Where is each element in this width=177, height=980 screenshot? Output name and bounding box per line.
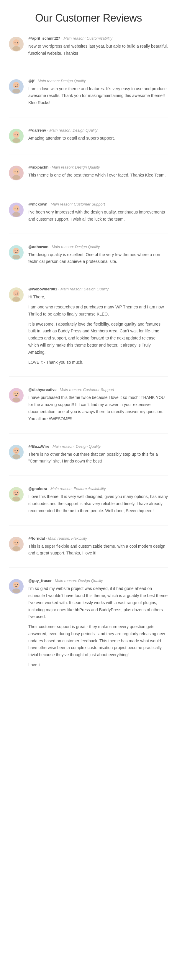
review-item: @mckown · Main reason: Customer SupportI… [9, 202, 168, 234]
reviewer-name: @webowner001 [28, 287, 57, 291]
svg-point-24 [17, 208, 18, 208]
reviewer-name: @BuzzWire [28, 444, 49, 449]
svg-point-53 [15, 542, 16, 542]
review-header: @mckown · Main reason: Customer Support [28, 202, 168, 207]
review-text: There is no other theme out there that c… [28, 451, 168, 465]
review-paragraph: The design quality is excellent. One of … [28, 251, 168, 266]
svg-point-9 [17, 84, 18, 85]
avatar [9, 579, 24, 594]
svg-point-56 [13, 589, 20, 593]
svg-point-18 [15, 171, 16, 172]
review-content: @dishycreative · Main reason: Customer S… [28, 387, 168, 422]
review-paragraph: Hi There, [28, 294, 168, 301]
review-item: @lorndal · Main reason: FlexibilityThis … [9, 536, 168, 568]
review-content: @gnokora · Main reason: Feature Availabi… [28, 487, 168, 514]
reviewer-name: @darrenv [28, 128, 46, 132]
page-container: Our Customer Reviews @april_schmitt27 · … [0, 0, 177, 708]
review-paragraph: I am one who researches and purchases ma… [28, 304, 168, 318]
svg-point-48 [15, 492, 16, 493]
review-item: @gnokora · Main reason: Feature Availabi… [9, 487, 168, 525]
review-paragraph: There is no other theme out there that c… [28, 451, 168, 465]
svg-point-39 [17, 393, 18, 394]
review-reason: · Main reason: Customer Support [47, 202, 105, 207]
avatar [9, 165, 24, 180]
review-paragraph: Love it! [28, 662, 168, 668]
review-reason: · Main reason: Design Quality [48, 245, 100, 249]
review-text: I have purchased this theme twice becaus… [28, 394, 168, 422]
review-reason: · Main reason: Flexibility [45, 536, 87, 541]
review-header: @darrenv · Main reason: Design Quality [28, 128, 168, 132]
review-text: I am in love with your theme and feature… [28, 86, 168, 107]
review-content: @webowner001 · Main reason: Design Quali… [28, 287, 168, 366]
reviews-list: @april_schmitt27 · Main reason: Customiz… [9, 36, 168, 679]
svg-point-42 [13, 447, 19, 454]
review-header: @guy_fraser · Main reason: Design Qualit… [28, 578, 168, 583]
svg-point-57 [13, 582, 19, 588]
svg-point-34 [17, 293, 18, 294]
svg-point-17 [13, 168, 19, 175]
review-reason: · Main reason: Design Quality [35, 79, 86, 83]
avatar [9, 445, 24, 460]
review-header: @dishycreative · Main reason: Customer S… [28, 387, 168, 392]
review-text: Hi There,I am one who researches and pur… [28, 294, 168, 366]
review-content: @april_schmitt27 · Main reason: Customiz… [28, 36, 168, 57]
review-text: This theme is one of the best theme whic… [28, 172, 168, 179]
reviewer-name: @lorndal [28, 536, 45, 541]
review-item: @sixpackh · Main reason: Design QualityT… [9, 165, 168, 191]
avatar [9, 37, 24, 51]
svg-point-27 [13, 248, 19, 254]
review-text: New to Wordpress and websites last year,… [28, 43, 168, 57]
svg-point-16 [13, 175, 20, 180]
svg-point-49 [17, 492, 18, 493]
reviewer-name: @april_schmitt27 [28, 36, 60, 40]
review-item: @guy_fraser · Main reason: Design Qualit… [9, 578, 168, 679]
review-content: @adhawan · Main reason: Design QualityTh… [28, 245, 168, 266]
review-item: @webowner001 · Main reason: Design Quali… [9, 287, 168, 377]
avatar [9, 245, 24, 260]
svg-point-28 [15, 250, 16, 251]
review-paragraph: I've been very impressed with the design… [28, 209, 168, 223]
reviewer-name: @adhawan [28, 245, 48, 249]
review-content: @lorndal · Main reason: FlexibilityThis … [28, 536, 168, 557]
svg-point-58 [15, 584, 16, 585]
svg-point-41 [13, 454, 20, 459]
review-text: This is a super flexible and customizabl… [28, 543, 168, 557]
reviewer-name: @dishycreative [28, 387, 57, 392]
avatar [9, 202, 24, 217]
svg-point-23 [15, 208, 16, 208]
review-header: @april_schmitt27 · Main reason: Customiz… [28, 36, 168, 40]
review-item: @jf · Main reason: Design QualityI am in… [9, 79, 168, 118]
review-reason: · Main reason: Design Quality [49, 444, 101, 449]
svg-point-11 [13, 138, 20, 143]
svg-point-51 [13, 546, 20, 551]
svg-point-6 [13, 89, 20, 94]
avatar [9, 79, 24, 94]
svg-point-59 [17, 584, 18, 585]
avatar [9, 388, 24, 403]
svg-point-1 [13, 46, 20, 51]
review-reason: · Main reason: Feature Availability [47, 487, 106, 491]
avatar [9, 288, 24, 302]
svg-point-3 [15, 42, 16, 43]
review-reason: · Main reason: Customizability [60, 36, 112, 40]
svg-point-22 [13, 205, 19, 212]
review-content: @BuzzWire · Main reason: Design QualityT… [28, 444, 168, 465]
review-text: Amazing attention to detail and superb s… [28, 135, 168, 142]
review-paragraph: This theme is one of the best theme whic… [28, 172, 168, 179]
review-header: @adhawan · Main reason: Design Quality [28, 245, 168, 249]
svg-point-47 [13, 490, 19, 496]
review-header: @sixpackh · Main reason: Design Quality [28, 165, 168, 169]
review-content: @sixpackh · Main reason: Design QualityT… [28, 165, 168, 179]
svg-point-2 [13, 39, 19, 46]
review-item: @dishycreative · Main reason: Customer S… [9, 387, 168, 433]
reviewer-name: @sixpackh [28, 165, 48, 169]
svg-point-14 [17, 134, 18, 135]
svg-point-54 [17, 542, 18, 542]
review-content: @jf · Main reason: Design QualityI am in… [28, 79, 168, 107]
review-item: @adhawan · Main reason: Design QualityTh… [9, 245, 168, 277]
svg-point-32 [13, 290, 19, 297]
review-reason: · Main reason: Customer Support [57, 387, 114, 392]
review-header: @jf · Main reason: Design Quality [28, 79, 168, 83]
svg-point-38 [15, 393, 16, 394]
svg-point-44 [17, 450, 18, 451]
